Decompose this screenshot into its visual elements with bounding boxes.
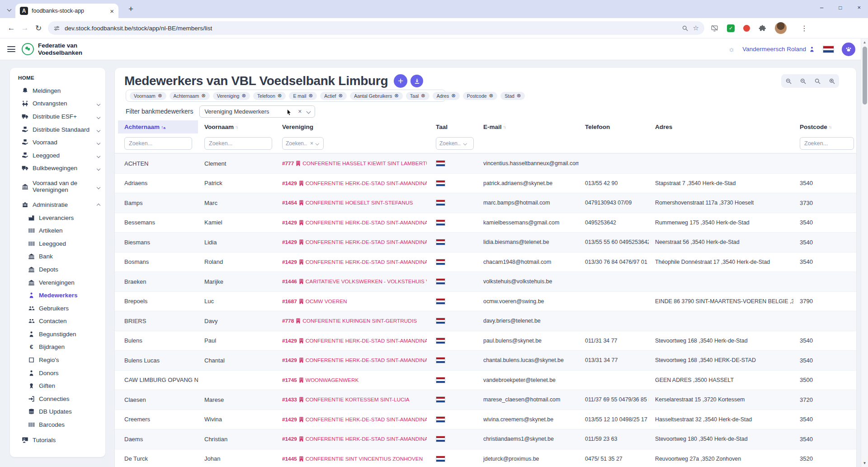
- search-taal-select[interactable]: Zoeken...: [436, 137, 474, 150]
- sidebar-item-voorraad[interactable]: Voorraad: [10, 136, 105, 149]
- extension-shield-check-icon[interactable]: ✓: [727, 24, 735, 32]
- chip-voornaam[interactable]: Voornaam⊗: [130, 92, 166, 100]
- sidebar-item-regio-s[interactable]: Regio's: [10, 353, 105, 367]
- table-row[interactable]: BulensPaul#1429CONFERENTIE HERK-DE-STAD …: [115, 331, 856, 351]
- column-header-vereniging[interactable]: Vereniging: [276, 124, 429, 130]
- vereniging-link[interactable]: #1687OCMW VOEREN: [276, 298, 429, 305]
- chip-remove-icon[interactable]: ⊗: [489, 93, 494, 99]
- table-row[interactable]: BrepoelsLuc#1687OCMW VOERENocmw.voeren@s…: [115, 291, 856, 311]
- browser-menu-icon[interactable]: ⋮: [801, 24, 808, 33]
- chip-actief[interactable]: Actief⊗: [320, 92, 347, 100]
- vereniging-link[interactable]: #1429CONFERENTIE HERK-DE-STAD SINT-AMAND…: [276, 239, 429, 245]
- vereniging-link[interactable]: #777CONFERENTIE HASSELT KIEWIT SINT LAMB…: [276, 160, 429, 167]
- sidebar-item-connecties[interactable]: Connecties: [10, 392, 105, 405]
- sidebar-item-bank[interactable]: Bank: [10, 250, 105, 263]
- chip-e-mail[interactable]: E mail⊗: [289, 92, 317, 100]
- language-flag-nl-icon[interactable]: [823, 46, 834, 53]
- app-avatar[interactable]: [842, 43, 855, 56]
- vereniging-link[interactable]: #1429CONFERENTIE HERK-DE-STAD SINT-AMAND…: [276, 338, 429, 344]
- scroll-up-icon[interactable]: ▲: [861, 40, 868, 44]
- sidebar-item-db-updates[interactable]: DB Updates: [10, 405, 105, 419]
- sidebar-item-distributie-standaard[interactable]: Distributie Standaard: [10, 123, 105, 136]
- chip-remove-icon[interactable]: ⊗: [338, 93, 343, 99]
- chip-stad[interactable]: Stad⊗: [500, 92, 525, 100]
- vereniging-link[interactable]: #1446CARITATIEVE VOLKSWERKEN - VOLKSTEHU…: [276, 278, 429, 285]
- column-header-email[interactable]: E-mail↑↓: [477, 124, 579, 130]
- sidebar-item-barcodes[interactable]: Barcodes: [10, 418, 105, 431]
- sidebar-item-meldingen[interactable]: Meldingen: [10, 84, 105, 97]
- sidebar-item-leeggoed[interactable]: Leeggoed: [10, 149, 105, 162]
- window-close-button[interactable]: ×: [857, 4, 861, 11]
- sidebar-item-voorraad-van-de-verenigingen[interactable]: Voorraad van de Verenigingen: [10, 175, 105, 198]
- table-row[interactable]: BessemansKamiel#1429CONFERENTIE HERK-DE-…: [115, 213, 856, 233]
- chip-adres[interactable]: Adres⊗: [433, 92, 460, 100]
- sidebar-item-giften[interactable]: Giften: [10, 379, 105, 392]
- window-minimize-button[interactable]: –: [820, 4, 823, 11]
- url-text[interactable]: dev.stock.foodbanksit.be/stock/app/nl-BE…: [65, 25, 677, 32]
- screen-share-off-icon[interactable]: [711, 24, 718, 32]
- column-header-postcode[interactable]: Postcode↑↓: [793, 124, 856, 130]
- filter-clear-icon[interactable]: ×: [298, 108, 302, 115]
- chip-remove-icon[interactable]: ⊗: [451, 93, 456, 99]
- column-header-adres[interactable]: Adres: [649, 124, 793, 130]
- site-settings-icon[interactable]: [53, 25, 60, 32]
- window-maximize-button[interactable]: □: [839, 5, 842, 11]
- column-header-taal[interactable]: Taal: [429, 124, 477, 130]
- column-header-achternaam[interactable]: Achternaam↑a: [118, 120, 198, 133]
- chip-achternaam[interactable]: Achternaam⊗: [170, 92, 210, 100]
- vereniging-link[interactable]: #778CONFERENTIE KURINGEN SINT-GERTRUDIS: [276, 318, 429, 324]
- search-achternaam-input[interactable]: [124, 137, 192, 150]
- column-header-telefoon[interactable]: Telefoon: [579, 124, 649, 130]
- sidebar-item-medewerkers[interactable]: Medewerkers: [10, 289, 105, 302]
- table-row[interactable]: BRIERSDavy#778CONFERENTIE KURINGEN SINT-…: [115, 311, 856, 331]
- reload-button[interactable]: ↻: [32, 24, 45, 33]
- vereniging-link[interactable]: #1429CONFERENTIE HERK-DE-STAD SINT-AMAND…: [276, 219, 429, 226]
- chip-remove-icon[interactable]: ⊗: [309, 93, 313, 99]
- sidebar-item-bulkbewegingen[interactable]: Bulkbewegingen: [10, 162, 105, 175]
- sidebar-item-depots[interactable]: Depots: [10, 263, 105, 276]
- add-member-button[interactable]: +: [394, 74, 407, 88]
- search-postcode-input[interactable]: [800, 137, 854, 150]
- table-row[interactable]: BosmansRoland#1429CONFERENTIE HERK-DE-ST…: [115, 252, 856, 272]
- extensions-puzzle-icon[interactable]: [759, 24, 766, 32]
- download-button[interactable]: [410, 75, 423, 87]
- chip-vereniging[interactable]: Vereniging⊗: [213, 92, 250, 100]
- sidebar-item-leeggoed[interactable]: Leeggoed: [10, 237, 105, 250]
- tab-search-chevron-icon[interactable]: [5, 5, 13, 13]
- table-row[interactable]: CreemersWivina#1429CONFERENTIE HERK-DE-S…: [115, 410, 856, 429]
- sidebar-item-bijdragen[interactable]: €Bijdragen: [10, 341, 105, 354]
- table-row[interactable]: ACHTENClement#777CONFERENTIE HASSELT KIE…: [115, 153, 856, 173]
- sidebar-item-distributie-esf-[interactable]: Distributie ESF+: [10, 110, 105, 123]
- sidebar-item-artikelen[interactable]: Artikelen: [10, 224, 105, 237]
- column-header-voornaam[interactable]: Voornaam↑↓: [198, 124, 276, 130]
- search-vereniging-select[interactable]: Zoeken...×: [282, 137, 324, 150]
- chip-remove-icon[interactable]: ⊗: [394, 93, 399, 99]
- vereniging-link[interactable]: #1429CONFERENTIE HERK-DE-STAD SINT-AMAND…: [276, 259, 429, 265]
- search-icon[interactable]: [814, 78, 821, 85]
- vereniging-link[interactable]: #1429CONFERENTIE HERK-DE-STAD SINT-AMAND…: [276, 416, 429, 423]
- chip-postcode[interactable]: Postcode⊗: [463, 92, 497, 100]
- back-button[interactable]: ←: [5, 24, 18, 33]
- chip-aantal-gebruikers[interactable]: Aantal Gebruikers⊗: [350, 92, 403, 100]
- filter-select[interactable]: Vereniging Medewerkers ×: [199, 105, 315, 118]
- bookmark-star-icon[interactable]: ☆: [693, 24, 699, 32]
- table-row[interactable]: DaemsChristian#1429CONFERENTIE HERK-DE-S…: [115, 429, 856, 449]
- sidebar-item-tutorials[interactable]: Tutorials: [10, 434, 105, 447]
- zoom-in-icon[interactable]: [829, 78, 835, 85]
- theme-toggle-icon[interactable]: ☼: [728, 45, 735, 53]
- chip-remove-icon[interactable]: ⊗: [241, 93, 246, 99]
- chip-remove-icon[interactable]: ⊗: [421, 93, 425, 99]
- vereniging-link[interactable]: #1745WOONWAGENWERK: [276, 377, 429, 383]
- scrollbar-thumb[interactable]: [863, 47, 867, 105]
- chip-remove-icon[interactable]: ⊗: [278, 93, 282, 99]
- sidebar-item-verenigingen[interactable]: Verenigingen: [10, 276, 105, 289]
- browser-profile-avatar[interactable]: [775, 22, 787, 34]
- vereniging-link[interactable]: #1429CONFERENTIE HERK-DE-STAD SINT-AMAND…: [276, 180, 429, 186]
- table-row[interactable]: BampsMarc#1454CONFERENTIE HOESELT SINT-S…: [115, 193, 856, 213]
- sidebar-item-gebruikers[interactable]: Gebruikers: [10, 302, 105, 315]
- new-tab-button[interactable]: +: [128, 4, 133, 14]
- sidebar-item-donors[interactable]: Donors: [10, 367, 105, 380]
- scroll-down-icon[interactable]: ▼: [861, 461, 868, 465]
- vereniging-link[interactable]: #1433CONFERENTIE KORTESSEM SINT-LUCIA: [276, 396, 429, 403]
- chip-taal[interactable]: Taal⊗: [406, 92, 429, 100]
